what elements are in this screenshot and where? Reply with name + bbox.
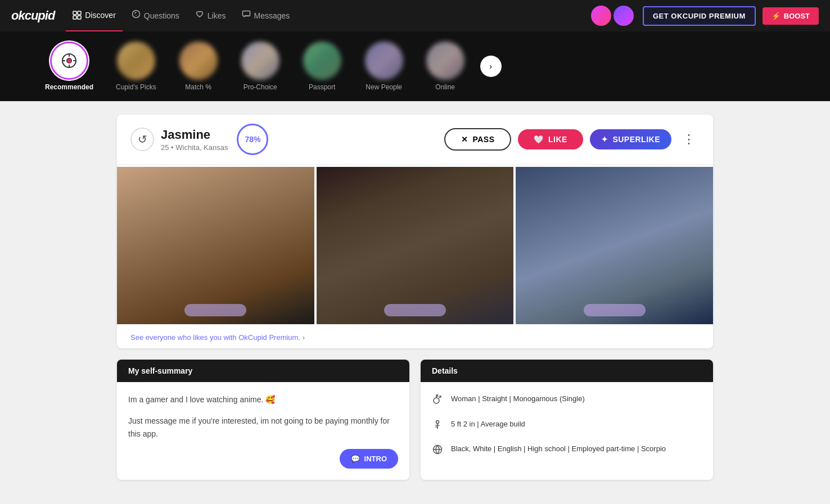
undo-button[interactable]: ↺ [130, 128, 154, 151]
details-header: Details [421, 360, 713, 382]
photo-slot-2[interactable] [317, 167, 514, 324]
logo: okcupid [11, 8, 55, 23]
discover-icon [73, 11, 82, 20]
pro-choice-thumb [241, 42, 279, 80]
category-match[interactable]: Match % [168, 37, 229, 96]
actions-group: ✕ PASS 🤍 LIKE ✦ SUPERLIKE ⋮ [444, 128, 700, 151]
get-premium-button[interactable]: GET OKCUPID PREMIUM [643, 6, 756, 26]
detail-item-gender: Woman | Straight | Monogamous (Single) [432, 393, 702, 408]
svg-point-5 [136, 15, 137, 16]
cupids-picks-thumb [117, 42, 155, 80]
online-label: Online [435, 83, 455, 91]
more-dots-icon: ⋮ [683, 132, 695, 146]
category-passport[interactable]: Passport [291, 37, 353, 96]
new-people-label: New People [366, 83, 402, 91]
profile-name: Jasmine [161, 128, 228, 142]
pass-button[interactable]: ✕ PASS [444, 128, 512, 151]
globe-icon [432, 444, 443, 458]
superlike-button[interactable]: ✦ SUPERLIKE [590, 129, 671, 149]
boost-label: BOOST [784, 12, 810, 20]
category-pro-choice[interactable]: Pro-Choice [229, 37, 291, 96]
intro-button[interactable]: 💬 INTRO [340, 449, 398, 469]
details-card: Details Woman | Straight | Monogamous (S… [421, 360, 713, 480]
new-people-thumb [365, 42, 403, 80]
nav-avatar-1 [591, 6, 611, 26]
premium-cta-text: See everyone who likes you with OkCupid … [130, 333, 305, 342]
profile-card: ↺ Jasmine 25 • Wichita, Kansas 78% ✕ PAS… [117, 115, 713, 348]
like-button[interactable]: 🤍 LIKE [518, 129, 583, 149]
premium-cta[interactable]: See everyone who likes you with OkCupid … [117, 326, 713, 348]
height-icon [432, 419, 443, 434]
category-recommended[interactable]: Recommended [34, 37, 105, 96]
photo-slot-3[interactable] [516, 167, 713, 324]
svg-point-4 [132, 11, 139, 18]
recommended-thumb [50, 42, 88, 80]
category-bar: Recommended Cupid's Picks Match % Pro-Ch… [0, 31, 830, 101]
pass-label: PASS [472, 135, 494, 144]
profile-age: 25 [161, 143, 169, 152]
profile-info: Jasmine 25 • Wichita, Kansas [161, 128, 228, 152]
self-summary-card: My self-summary Im a gamer and I love wa… [117, 360, 409, 480]
online-thumb [426, 42, 464, 80]
svg-rect-3 [78, 16, 81, 19]
details-list: Woman | Straight | Monogamous (Single) 5… [432, 393, 702, 458]
match-label: Match % [185, 83, 211, 91]
like-heart-icon: 🤍 [534, 135, 544, 144]
passport-label: Passport [309, 83, 335, 91]
self-summary-header: My self-summary [117, 360, 409, 382]
detail-background-text: Black, White | English | High school | E… [451, 443, 666, 455]
photos-grid [117, 165, 713, 326]
svg-rect-2 [73, 16, 76, 19]
nav-questions[interactable]: Questions [125, 0, 186, 31]
profile-location: Wichita, Kansas [175, 143, 228, 152]
recommended-label: Recommended [45, 83, 93, 91]
boost-lightning-icon: ⚡ [772, 12, 781, 20]
nav-messages[interactable]: Messages [235, 0, 297, 31]
likes-icon [195, 0, 204, 31]
detail-height-text: 5 ft 2 in | Average build [451, 419, 525, 430]
match-percent: 78% [245, 135, 260, 144]
questions-icon [132, 0, 141, 31]
superlike-star-icon: ✦ [601, 135, 608, 144]
match-circle: 78% [237, 124, 268, 155]
nav-questions-label: Questions [144, 0, 179, 31]
chevron-right-icon: › [489, 62, 492, 71]
boost-button[interactable]: ⚡ BOOST [763, 7, 819, 25]
category-cupids-picks[interactable]: Cupid's Picks [105, 37, 168, 96]
messages-icon [242, 0, 251, 31]
svg-rect-6 [242, 11, 250, 16]
detail-item-background: Black, White | English | High school | E… [432, 443, 702, 458]
match-thumb [179, 42, 218, 80]
category-online[interactable]: Online [415, 37, 476, 96]
nav-discover-label: Discover [85, 0, 115, 31]
passport-thumb [303, 42, 341, 80]
nav-likes-label: Likes [208, 0, 226, 31]
gender-icon [432, 394, 443, 408]
top-nav: okcupid Discover Questions Likes Message… [0, 0, 830, 31]
main-content: ↺ Jasmine 25 • Wichita, Kansas 78% ✕ PAS… [106, 115, 724, 480]
category-new-people[interactable]: New People [353, 37, 415, 96]
category-next-button[interactable]: › [480, 56, 502, 77]
nav-avatar-2 [614, 6, 634, 26]
intro-chat-icon: 💬 [351, 455, 360, 463]
self-summary-p2: Just message me if you're interested, im… [128, 415, 398, 440]
cupids-picks-label: Cupid's Picks [116, 83, 156, 91]
photo-overlay-1 [184, 304, 246, 316]
detail-item-height: 5 ft 2 in | Average build [432, 419, 702, 434]
photo-slot-1[interactable] [117, 167, 314, 324]
nav-avatars [591, 6, 634, 26]
svg-point-9 [434, 398, 439, 403]
nav-discover[interactable]: Discover [66, 0, 122, 31]
pro-choice-label: Pro-Choice [243, 83, 277, 91]
svg-point-10 [436, 420, 439, 423]
detail-gender-text: Woman | Straight | Monogamous (Single) [451, 393, 585, 405]
undo-icon: ↺ [138, 133, 147, 146]
svg-rect-0 [73, 11, 76, 15]
profile-sub: 25 • Wichita, Kansas [161, 143, 228, 152]
more-options-button[interactable]: ⋮ [678, 130, 700, 149]
svg-rect-1 [78, 11, 81, 15]
like-label: LIKE [548, 135, 567, 144]
photo-overlay-2 [384, 304, 446, 316]
nav-likes[interactable]: Likes [188, 0, 233, 31]
nav-messages-label: Messages [254, 0, 290, 31]
